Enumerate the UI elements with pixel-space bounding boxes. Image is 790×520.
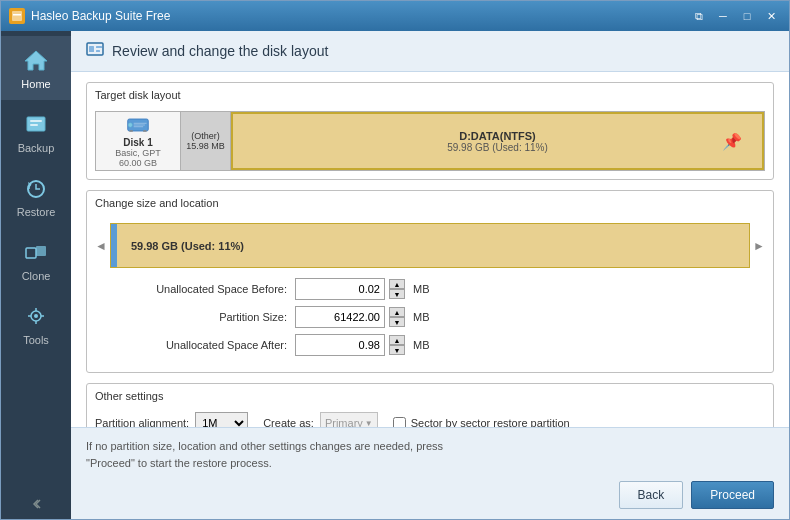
back-button[interactable]: Back: [619, 481, 684, 509]
svg-rect-4: [30, 120, 42, 122]
create-as-select: Primary ▼: [320, 412, 378, 427]
partition-size-down[interactable]: ▼: [389, 317, 405, 327]
svg-rect-1: [13, 14, 21, 16]
change-size-section: Change size and location ◄ 59.98 GB (Use…: [86, 190, 774, 373]
unallocated-before-spinner: ▲ ▼: [389, 279, 405, 299]
home-icon: [22, 46, 50, 74]
page-header-title: Review and change the disk layout: [112, 43, 328, 59]
partition-other-label: (Other): [191, 131, 220, 141]
sidebar-item-clone[interactable]: Clone: [1, 228, 71, 292]
alignment-group: Partition alignment: 1M 4K None: [95, 412, 248, 427]
title-bar: Hasleo Backup Suite Free ⧉ ─ □ ✕: [1, 1, 789, 31]
main-window: Hasleo Backup Suite Free ⧉ ─ □ ✕ Home: [0, 0, 790, 520]
alignment-label: Partition alignment:: [95, 417, 189, 427]
restore-down-button[interactable]: ⧉: [689, 7, 709, 25]
close-button[interactable]: ✕: [761, 7, 781, 25]
disk-info-size: 60.00 GB: [119, 158, 157, 168]
other-settings-area: Partition alignment: 1M 4K None Create a…: [87, 406, 773, 427]
sector-by-sector-checkbox[interactable]: [393, 417, 406, 428]
window-title: Hasleo Backup Suite Free: [31, 9, 689, 23]
footer-info-text: If no partition size, location and other…: [86, 438, 774, 471]
unallocated-before-down[interactable]: ▼: [389, 289, 405, 299]
change-size-label: Change size and location: [87, 191, 773, 213]
unallocated-after-input[interactable]: [295, 334, 385, 356]
disk-layout-area: Disk 1 Basic, GPT 60.00 GB (Other) 15.98…: [87, 105, 773, 179]
partition-main-size: 59.98 GB (Used: 11%): [447, 142, 548, 153]
disk-info-icon: [126, 115, 150, 135]
partition-main[interactable]: D:DATA(NTFS) 59.98 GB (Used: 11%) 📌: [231, 112, 764, 170]
partition-size-input[interactable]: [295, 306, 385, 328]
partition-size-unit: MB: [413, 311, 430, 323]
svg-rect-0: [12, 11, 22, 21]
sidebar-item-tools[interactable]: Tools: [1, 292, 71, 356]
disk-partitions: (Other) 15.98 MB D:DATA(NTFS) 59.98 GB (…: [181, 112, 764, 170]
svg-rect-25: [143, 130, 146, 132]
tools-icon: [22, 302, 50, 330]
svg-point-10: [34, 314, 38, 318]
other-settings-section: Other settings Partition alignment: 1M 4…: [86, 383, 774, 427]
svg-rect-8: [36, 246, 46, 256]
sidebar-label-restore: Restore: [17, 206, 56, 218]
svg-rect-5: [30, 124, 38, 126]
partition-size-input-wrap: ▲ ▼ MB: [295, 306, 430, 328]
unallocated-after-input-wrap: ▲ ▼ MB: [295, 334, 430, 356]
disk-info: Disk 1 Basic, GPT 60.00 GB: [96, 112, 181, 170]
partition-main-label: D:DATA(NTFS): [459, 130, 536, 142]
svg-rect-16: [89, 46, 94, 52]
sidebar-label-clone: Clone: [22, 270, 51, 282]
create-as-value: Primary: [325, 417, 363, 427]
maximize-button[interactable]: □: [737, 7, 757, 25]
pin-icon: 📌: [722, 132, 742, 151]
unallocated-after-up[interactable]: ▲: [389, 335, 405, 345]
restore-icon: [22, 174, 50, 202]
backup-icon: [22, 110, 50, 138]
sidebar-item-restore[interactable]: Restore: [1, 164, 71, 228]
sidebar-label-tools: Tools: [23, 334, 49, 346]
field-row-unallocated-before: Unallocated Space Before: ▲ ▼ MB: [95, 278, 765, 300]
app-icon: [9, 8, 25, 24]
sector-by-sector-group: Sector by sector restore partition: [393, 417, 570, 428]
change-size-area: ◄ 59.98 GB (Used: 11%) ► Unallocated Spa…: [87, 213, 773, 372]
svg-rect-24: [129, 130, 132, 132]
page-content: Target disk layout: [71, 72, 789, 427]
create-as-group: Create as: Primary ▼: [263, 412, 378, 427]
page-header: Review and change the disk layout: [71, 31, 789, 72]
unallocated-before-label: Unallocated Space Before:: [115, 283, 295, 295]
unallocated-before-input[interactable]: [295, 278, 385, 300]
page-header-icon: [86, 41, 104, 61]
size-bar-container: ◄ 59.98 GB (Used: 11%) ►: [95, 223, 765, 268]
sidebar-label-backup: Backup: [18, 142, 55, 154]
partition-other: (Other) 15.98 MB: [181, 112, 231, 170]
disk-info-type: Basic, GPT: [115, 148, 161, 158]
unallocated-after-unit: MB: [413, 339, 430, 351]
size-bar-left-arrow[interactable]: ◄: [95, 239, 107, 253]
size-bar-right-arrow[interactable]: ►: [753, 239, 765, 253]
partition-size-spinner: ▲ ▼: [389, 307, 405, 327]
sidebar-collapse-button[interactable]: [1, 489, 71, 519]
field-row-unallocated-after: Unallocated Space After: ▲ ▼ MB: [95, 334, 765, 356]
size-bar-label: 59.98 GB (Used: 11%): [131, 240, 244, 252]
alignment-select[interactable]: 1M 4K None: [195, 412, 248, 427]
sidebar-item-backup[interactable]: Backup: [1, 100, 71, 164]
proceed-button[interactable]: Proceed: [691, 481, 774, 509]
disk-info-name: Disk 1: [123, 137, 152, 148]
minimize-button[interactable]: ─: [713, 7, 733, 25]
field-row-partition-size: Partition Size: ▲ ▼ MB: [95, 306, 765, 328]
svg-rect-18: [96, 50, 100, 52]
sidebar-item-home[interactable]: Home: [1, 36, 71, 100]
unallocated-after-spinner: ▲ ▼: [389, 335, 405, 355]
other-settings-label: Other settings: [87, 384, 773, 406]
footer-buttons: Back Proceed: [86, 481, 774, 509]
unallocated-after-down[interactable]: ▼: [389, 345, 405, 355]
disk-row: Disk 1 Basic, GPT 60.00 GB (Other) 15.98…: [95, 111, 765, 171]
svg-rect-7: [26, 248, 36, 258]
unallocated-before-up[interactable]: ▲: [389, 279, 405, 289]
content-area: Review and change the disk layout Target…: [71, 31, 789, 519]
partition-size-up[interactable]: ▲: [389, 307, 405, 317]
main-layout: Home Backup: [1, 31, 789, 519]
target-disk-layout-label: Target disk layout: [87, 83, 773, 105]
unallocated-before-input-wrap: ▲ ▼ MB: [295, 278, 430, 300]
sidebar-label-home: Home: [21, 78, 50, 90]
clone-icon: [22, 238, 50, 266]
partition-size-label: Partition Size:: [115, 311, 295, 323]
